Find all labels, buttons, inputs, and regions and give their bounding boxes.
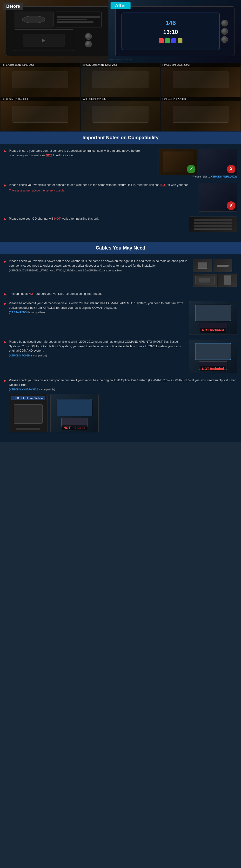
cable3-text-col: Please be advised if your Mercedes vehic… xyxy=(9,301,186,314)
note2-image-col: ✗ xyxy=(199,183,237,212)
d2b-cable xyxy=(16,428,40,430)
cable-bullet-5: ▶ xyxy=(4,379,6,382)
cable4-not-included-img: NOT Included xyxy=(189,340,237,373)
note-content-3: Please note your CD changer will NOT wor… xyxy=(9,217,237,232)
d2b-device xyxy=(14,404,43,424)
compat-img-e240 xyxy=(161,97,241,131)
cable4-text: Please be advised if your Mercedes vehic… xyxy=(9,340,186,353)
note2-text: Please check your vehicle's center conso… xyxy=(9,183,196,187)
cable4-small-note: (XTRONS FC05B is compatible) xyxy=(9,354,186,357)
connector-shape-3 xyxy=(224,276,231,285)
note1-img-pair: ✓ ✗ xyxy=(158,149,237,175)
after-label: After xyxy=(111,2,131,9)
before-dashboard-mock: ▶ xyxy=(6,6,110,56)
cable1-two-col: Please check your vehicle's power port t… xyxy=(9,259,237,287)
note3-text: Please note your CD changer will NOT wor… xyxy=(9,217,186,221)
note-bullet-1: ▶ xyxy=(4,149,6,153)
x-icon-2: ✗ xyxy=(227,202,236,210)
note-item-1: ▶ Please ensure your car's central conso… xyxy=(4,149,237,178)
cable-note-1: ▶ Please check your vehicle's power port… xyxy=(4,259,237,287)
note1-two-col: Please ensure your car's central console… xyxy=(9,149,237,178)
cable1-small-note: (XTRONS AXLPSP30M11,PWRC, AKUPTM21,AJRDE… xyxy=(9,269,190,272)
cd-slot-4 xyxy=(194,228,232,230)
d2b-label: D2B Optical Bus System xyxy=(11,396,45,400)
note1-text-col: Please ensure your car's central console… xyxy=(9,149,156,158)
cable2-text: This unit does NOT support your vehicles… xyxy=(9,292,237,296)
compat-img-cls55 xyxy=(0,97,80,131)
cable4-img-col: NOT Included xyxy=(189,340,237,373)
cable-note-2: ▶ This unit does NOT support your vehicl… xyxy=(4,292,237,296)
cable-content-1: Please check your vehicle's power port t… xyxy=(9,259,237,287)
compat-cell-e240: For E240 (2002-2008) xyxy=(161,97,241,131)
note-bullet-3: ▶ xyxy=(4,217,6,221)
cable5-img-row: D2B Optical Bus System NOT Included xyxy=(9,394,237,432)
connector-shape-1 xyxy=(198,262,207,269)
cd-slot-1 xyxy=(194,219,232,221)
note-item-3: ▶ Please note your CD changer will NOT w… xyxy=(4,217,237,232)
cable-content-4: Please be advised if your Mercedes vehic… xyxy=(9,340,237,373)
compat-cell-eclass: For E-Class W211 (2002-2008) xyxy=(0,63,80,97)
connector-shape-2 xyxy=(195,276,214,284)
compat-label-e280: For E280 (2002-2008) xyxy=(81,97,160,101)
compat-img-cls500 xyxy=(161,63,241,97)
cable-bullet-1: ▶ xyxy=(4,259,6,263)
decoder-box-3 xyxy=(195,343,231,360)
after-dashboard-mock: 146 13:10 xyxy=(115,6,235,56)
compat-cell-cls500: For CLS-500 (2005-2006) xyxy=(161,63,241,97)
note1-refer-text: Please refer to XTRONS PEP91MZW xyxy=(158,175,237,178)
note1-not-word: NOT xyxy=(46,154,52,157)
compat-cell-cls55: For CLS-55 (2005-2006) xyxy=(0,97,80,131)
note1-refer-link: XTRONS PEP91MZW xyxy=(211,175,237,178)
cd-changer-img xyxy=(189,217,237,232)
wire-shape-1 xyxy=(217,265,229,267)
compat-cell-e280: For E280 (2002-2008) xyxy=(81,97,160,131)
cable-connector-img-4 xyxy=(218,274,237,287)
cable-connector-img-2 xyxy=(213,259,232,272)
note3-two-col: Please note your CD changer will NOT wor… xyxy=(9,217,237,232)
cable-note-5: ▶ Please check your veichicle's plug por… xyxy=(4,378,237,433)
cable5-small-note: (XTRONS XXVBF04B02 is compatible) xyxy=(9,388,237,391)
fiber-decoder-top xyxy=(57,399,93,416)
compat-img-eclass xyxy=(0,63,80,97)
d2b-box: D2B Optical Bus System xyxy=(9,394,48,432)
cable3-small-note: (CT-54A FOBOI is compatible) xyxy=(9,311,186,314)
cable1-img-group xyxy=(193,259,237,287)
hero-after-panel: 146 13:10 xyxy=(109,0,241,63)
cable4-two-col: Please be advised if your Mercedes vehic… xyxy=(9,340,237,373)
cd-slot-3 xyxy=(194,225,232,227)
check-icon: ✓ xyxy=(187,165,195,174)
important-notes-header: Important Notes on Compatibility xyxy=(0,131,241,144)
cable5-link: XTRONS XXVBF04B02 xyxy=(10,388,38,391)
cable-bullet-4: ▶ xyxy=(4,340,6,344)
decoder-box-1 xyxy=(195,305,231,321)
cable1-text-col: Please check your vehicle's power port t… xyxy=(9,259,190,272)
note1-img-bad: ✗ xyxy=(199,149,237,175)
cable3-img-col: NOT Included xyxy=(189,301,237,335)
cable-content-5: Please check your veichicle's plug port … xyxy=(9,378,237,433)
note1-images: ✓ ✗ Please refer to XTRONS PEP91MZW xyxy=(158,149,237,178)
note2-two-col: Please check your vehicle's center conso… xyxy=(9,183,237,212)
compat-img-cls219 xyxy=(81,63,160,97)
cable-bullet-3: ▶ xyxy=(4,302,6,305)
note-bullet-2: ▶ xyxy=(4,183,6,187)
notes-section: ▶ Please ensure your car's central conso… xyxy=(0,144,241,242)
cable4-text-col: Please be advised if your Mercedes vehic… xyxy=(9,340,186,357)
cable3-text: Please be advised if your Mercedes vehic… xyxy=(9,301,186,310)
not-included-label-2: NOT Included xyxy=(200,366,226,371)
cables-header: Cables You May Need xyxy=(0,242,241,254)
compat-img-e280 xyxy=(81,97,160,131)
cable3-link: CT-54A FOBOI xyxy=(10,311,28,314)
note-content-2: Please check your vehicle's center conso… xyxy=(9,183,237,212)
note3-image-col xyxy=(189,217,237,232)
cable3-two-col: Please be advised if your Mercedes vehic… xyxy=(9,301,237,335)
cable-bullet-2: ▶ xyxy=(4,292,6,296)
cable1-images xyxy=(193,259,237,287)
before-label: Before xyxy=(3,3,23,10)
note1-img-good: ✓ xyxy=(158,149,197,175)
d2b-decoder-img: NOT Included xyxy=(50,394,98,432)
not-included-label-3: NOT Included xyxy=(62,425,88,430)
cd-slot-2 xyxy=(194,222,232,224)
note-content-1: Please ensure your car's central console… xyxy=(9,149,237,178)
cd-slots xyxy=(194,219,232,230)
compat-label-cls55: For CLS-55 (2005-2006) xyxy=(0,97,80,101)
